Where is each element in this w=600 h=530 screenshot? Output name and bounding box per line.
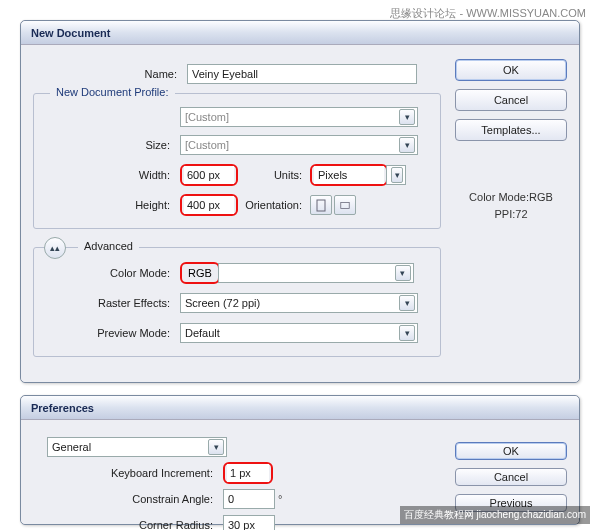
chevron-down-icon: ▾ (391, 167, 403, 183)
profile-select[interactable]: [Custom] ▾ (180, 107, 418, 127)
advanced-legend: Advanced (78, 240, 139, 252)
colormode-value: RGB (184, 267, 216, 279)
name-input[interactable] (187, 64, 417, 84)
dialog-title: Preferences (21, 396, 579, 420)
svg-rect-1 (341, 202, 349, 208)
units-dropdown-button[interactable]: ▾ (386, 165, 406, 185)
orientation-landscape-button[interactable] (334, 195, 356, 215)
raster-select[interactable]: Screen (72 ppi) ▾ (180, 293, 418, 313)
size-select[interactable]: [Custom] ▾ (180, 135, 418, 155)
dialog-title: New Document (21, 21, 579, 45)
units-label: Units: (238, 169, 310, 181)
orientation-label: Orientation: (238, 199, 310, 211)
watermark-top: 思缘设计论坛 - WWW.MISSYUAN.COM (390, 6, 586, 21)
kbinc-label: Keyboard Increment: (33, 467, 223, 479)
corner-input[interactable] (223, 515, 275, 530)
width-input[interactable] (184, 166, 234, 184)
svg-rect-0 (317, 200, 325, 211)
advanced-toggle[interactable]: ▴▴ (44, 237, 66, 259)
prefs-section-select[interactable]: General ▾ (47, 437, 227, 457)
constrain-input[interactable] (223, 489, 275, 509)
chevron-down-icon: ▾ (399, 137, 415, 153)
new-document-dialog: New Document Name: New Document Profile:… (20, 20, 580, 383)
raster-label: Raster Effects: (40, 297, 180, 309)
preview-label: Preview Mode: (40, 327, 180, 339)
name-label: Name: (33, 68, 187, 80)
constrain-label: Constrain Angle: (33, 493, 223, 505)
preview-select[interactable]: Default ▾ (180, 323, 418, 343)
chevron-down-icon: ▾ (399, 325, 415, 341)
cancel-button[interactable]: Cancel (455, 89, 567, 111)
templates-button[interactable]: Templates... (455, 119, 567, 141)
orientation-portrait-button[interactable] (310, 195, 332, 215)
chevron-down-icon: ▾ (208, 439, 224, 455)
ok-button[interactable]: OK (455, 59, 567, 81)
chevron-down-icon: ▾ (399, 109, 415, 125)
ok-button[interactable]: OK (455, 442, 567, 460)
degree-symbol: ° (278, 493, 282, 505)
height-label: Height: (40, 199, 180, 211)
cancel-button[interactable]: Cancel (455, 468, 567, 486)
colormode-label: Color Mode: (40, 267, 180, 279)
chevron-down-icon: ▾ (399, 295, 415, 311)
corner-label: Corner Radius: (33, 519, 223, 530)
size-label: Size: (40, 139, 180, 151)
profile-legend: New Document Profile: (50, 86, 175, 98)
colormode-select[interactable]: ▾ (218, 263, 414, 283)
watermark-bottom: 百度经典教程网 jiaocheng.chazidian.com (400, 506, 590, 524)
info-text: Color Mode:RGB PPI:72 (455, 189, 567, 222)
kbinc-input[interactable] (227, 464, 269, 482)
chevron-down-icon: ▾ (395, 265, 411, 281)
units-select[interactable]: Pixels (314, 166, 384, 184)
height-input[interactable] (184, 196, 234, 214)
width-label: Width: (40, 169, 180, 181)
